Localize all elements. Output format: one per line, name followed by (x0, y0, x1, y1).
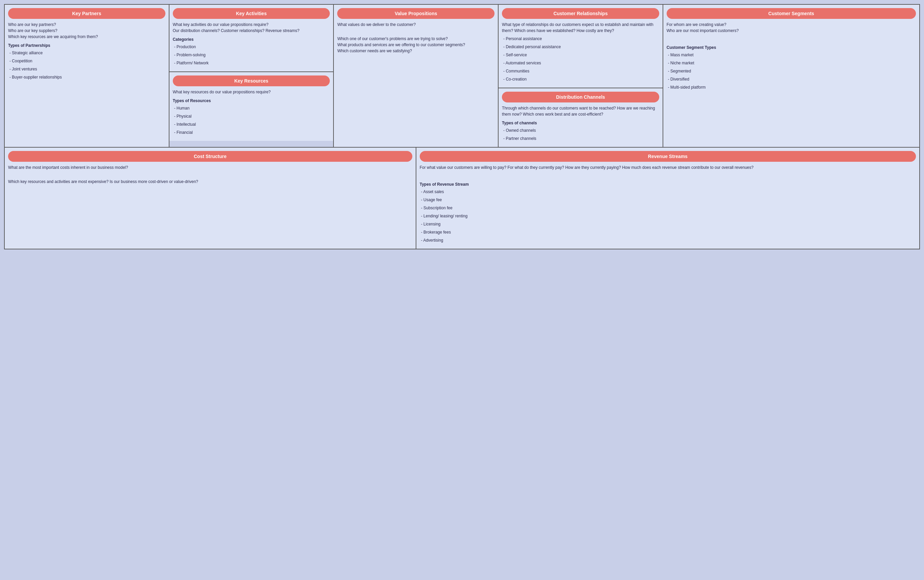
list-item: - Brokerage fees (420, 229, 916, 235)
list-item: - Automated services (502, 60, 659, 66)
list-item: - Advertising (420, 237, 916, 243)
customer-segments-body: For whom are we creating value? Who are … (667, 21, 916, 92)
distribution-channels-types-title: Types of channels (502, 120, 659, 126)
top-section: Key Partners Who are our key partners? W… (5, 5, 919, 148)
value-propositions-intro: What values do we deliver to the custome… (337, 21, 495, 28)
key-resources-body: What key resources do our value proposit… (173, 89, 330, 137)
list-item: - Dedicated personal assistance (502, 44, 659, 50)
cost-structure-line1: What are the most important costs inhere… (8, 165, 412, 171)
cost-structure-line2: Which key resources and activities are m… (8, 179, 412, 185)
cost-structure-cell: Cost Structure What are the most importa… (5, 148, 416, 249)
list-item: - Personal assistance (502, 36, 659, 42)
customer-segments-header: Customer Segments (667, 8, 916, 19)
distribution-channels-cell: Distribution Channels Through which chan… (498, 88, 663, 147)
key-partners-cell: Key Partners Who are our key partners? W… (5, 5, 169, 147)
list-item: - Strategic alliance (8, 50, 165, 56)
customer-segments-cell: Customer Segments For whom are we creati… (663, 5, 919, 147)
customer-rel-channels-column: Customer Relationships What type of rela… (498, 5, 663, 147)
revenue-streams-header: Revenue Streams (420, 151, 916, 162)
distribution-channels-body: Through which channels do our customers … (502, 105, 659, 143)
list-item: - Buyer-supplier relationships (8, 74, 165, 80)
distribution-channels-header: Distribution Channels (502, 92, 659, 102)
value-propositions-header: Value Propositions (337, 8, 495, 19)
customer-segments-intro: For whom are we creating value? Who are … (667, 21, 916, 34)
list-item: - Production (173, 44, 330, 50)
value-propositions-detail: Which one of our customer's problems are… (337, 36, 495, 54)
key-partners-body: Who are our key partners? Who are our ke… (8, 21, 165, 82)
list-item: - Asset sales (420, 189, 916, 195)
list-item: - Joint ventures (8, 66, 165, 72)
revenue-streams-intro: For what value our customers are willing… (420, 165, 916, 171)
list-item: - Segmented (667, 68, 916, 74)
revenue-streams-types-title: Types of Revenue Stream (420, 181, 916, 187)
key-resources-types-title: Types of Resources (173, 98, 330, 104)
customer-relationships-body: What type of relationships do our custom… (502, 21, 659, 84)
key-partners-intro: Who are our key partners? Who are our ke… (8, 21, 165, 40)
list-item: - Coopetition (8, 58, 165, 64)
key-partners-types-title: Types of Partnerships (8, 43, 165, 49)
revenue-streams-body: For what value our customers are willing… (420, 165, 916, 246)
value-propositions-cell: Value Propositions What values do we del… (334, 5, 498, 147)
bottom-section: Cost Structure What are the most importa… (5, 148, 919, 249)
value-propositions-body: What values do we deliver to the custome… (337, 21, 495, 56)
key-partners-types-list: - Strategic alliance - Coopetition - Joi… (8, 50, 165, 80)
key-resources-cell: Key Resources What key resources do our … (169, 72, 334, 141)
list-item: - Platform/ Network (173, 60, 330, 66)
key-resources-header: Key Resources (173, 76, 330, 86)
customer-segments-types-title: Customer Segment Types (667, 44, 916, 51)
list-item: - Lending/ leasing/ renting (420, 213, 916, 219)
key-activities-intro: What key activities do our value proposi… (173, 21, 330, 34)
business-model-canvas: Key Partners Who are our key partners? W… (4, 4, 920, 249)
list-item: - Communities (502, 68, 659, 74)
list-item: - Diversified (667, 76, 916, 82)
list-item: - Usage fee (420, 197, 916, 203)
list-item: - Owned channels (502, 127, 659, 133)
key-activities-header: Key Activities (173, 8, 330, 19)
revenue-streams-cell: Revenue Streams For what value our custo… (416, 148, 919, 249)
cost-structure-header: Cost Structure (8, 151, 412, 162)
list-item: - Niche market (667, 60, 916, 66)
list-item: - Intellectual (173, 121, 330, 127)
list-item: - Licensing (420, 221, 916, 227)
list-item: - Mass market (667, 52, 916, 58)
key-activities-resources-column: Key Activities What key activities do ou… (169, 5, 334, 147)
list-item: - Problem-solving (173, 52, 330, 58)
list-item: - Financial (173, 129, 330, 135)
cost-structure-body: What are the most important costs inhere… (8, 165, 412, 187)
list-item: - Partner channels (502, 135, 659, 142)
list-item: - Self-service (502, 52, 659, 58)
list-item: - Subscription fee (420, 205, 916, 211)
list-item: - Physical (173, 113, 330, 119)
customer-relationships-header: Customer Relationships (502, 8, 659, 19)
distribution-channels-intro: Through which channels do our customers … (502, 105, 659, 117)
customer-relationships-intro: What type of relationships do our custom… (502, 21, 659, 34)
key-partners-header: Key Partners (8, 8, 165, 19)
list-item: - Multi-sided platform (667, 84, 916, 90)
key-activities-categories-title: Categories (173, 36, 330, 43)
list-item: - Human (173, 105, 330, 111)
list-item: - Co-creation (502, 76, 659, 82)
key-resources-intro: What key resources do our value proposit… (173, 89, 330, 95)
key-activities-body: What key activities do our value proposi… (173, 21, 330, 68)
customer-relationships-cell: Customer Relationships What type of rela… (498, 5, 663, 88)
key-activities-cell: Key Activities What key activities do ou… (169, 5, 334, 72)
